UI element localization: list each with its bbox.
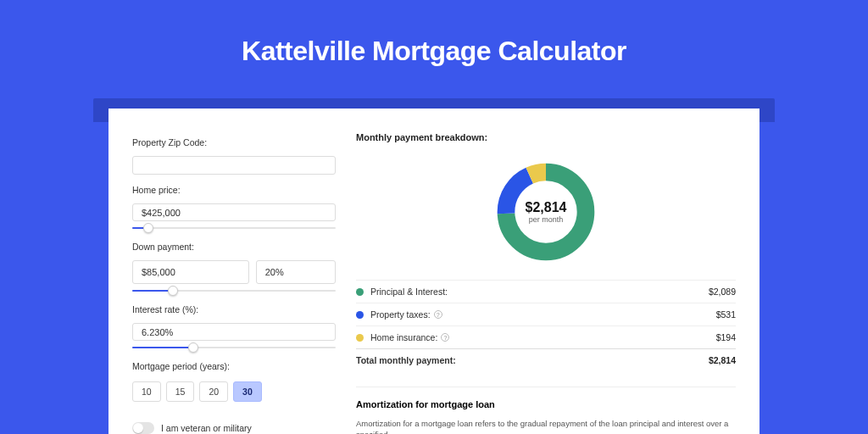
period-row: 10152030: [132, 381, 336, 402]
period-label: Mortgage period (years):: [132, 361, 336, 371]
breakdown-value: $531: [716, 309, 736, 320]
rate-input[interactable]: [132, 323, 336, 342]
legend-dot: [356, 334, 364, 342]
breakdown-line: Property taxes:?$531: [356, 303, 736, 326]
dp-percent-input[interactable]: [256, 260, 336, 284]
breakdown-value: $194: [716, 332, 736, 342]
period-option-30[interactable]: 30: [233, 381, 262, 402]
breakdown-total-label: Total monthly payment:: [356, 355, 702, 365]
dp-amount-input[interactable]: [132, 260, 249, 284]
breakdown-label: Home insurance:?: [370, 332, 709, 342]
donut-chart-wrap: $2,814 per month: [356, 154, 736, 268]
donut-center-sub: per month: [529, 215, 564, 224]
price-slider[interactable]: [132, 225, 336, 231]
period-option-20[interactable]: 20: [199, 381, 228, 402]
breakdown-label: Principal & Interest:: [370, 287, 702, 297]
rate-label: Interest rate (%):: [132, 304, 336, 314]
veteran-label: I am veteran or military: [161, 423, 252, 433]
info-icon[interactable]: ?: [441, 333, 449, 342]
legend-dot: [356, 288, 364, 296]
breakdown-lines: Principal & Interest:$2,089Property taxe…: [356, 280, 736, 371]
breakdown-line: Home insurance:?$194: [356, 326, 736, 348]
breakdown-total-line: Total monthly payment:$2,814: [356, 348, 736, 371]
page-banner: Kattelville Mortgage Calculator: [0, 0, 868, 102]
zip-label: Property Zip Code:: [132, 137, 336, 147]
amortization-text: Amortization for a mortgage loan refers …: [356, 418, 736, 434]
breakdown-label: Property taxes:?: [370, 309, 709, 320]
breakdown-line: Principal & Interest:$2,089: [356, 280, 736, 303]
breakdown-title: Monthly payment breakdown:: [356, 132, 736, 142]
legend-dot: [356, 311, 364, 319]
donut-center-amount: $2,814: [526, 200, 567, 215]
page-title: Kattelville Mortgage Calculator: [242, 36, 626, 67]
form-panel: Property Zip Code: Home price: Down paym…: [132, 132, 336, 434]
price-input[interactable]: [132, 203, 336, 222]
dp-row: [132, 260, 336, 284]
calculator-card: Property Zip Code: Home price: Down paym…: [108, 108, 760, 434]
rate-slider[interactable]: [132, 344, 336, 351]
zip-input[interactable]: [132, 156, 336, 175]
price-label: Home price:: [132, 185, 336, 195]
info-icon[interactable]: ?: [434, 310, 442, 319]
amortization-title: Amortization for mortgage loan: [356, 399, 736, 409]
period-option-15[interactable]: 15: [166, 381, 195, 402]
breakdown-total-value: $2,814: [709, 355, 736, 365]
amortization-section: Amortization for mortgage loan Amortizat…: [356, 387, 736, 434]
veteran-toggle[interactable]: [132, 422, 154, 434]
dp-label: Down payment:: [132, 242, 336, 252]
donut-chart: $2,814 per month: [493, 159, 598, 264]
breakdown-value: $2,089: [709, 287, 736, 297]
period-option-10[interactable]: 10: [132, 381, 161, 402]
dp-slider[interactable]: [132, 287, 336, 294]
breakdown-panel: Monthly payment breakdown: $2,814 per mo…: [356, 132, 736, 434]
veteran-row: I am veteran or military: [132, 422, 336, 434]
